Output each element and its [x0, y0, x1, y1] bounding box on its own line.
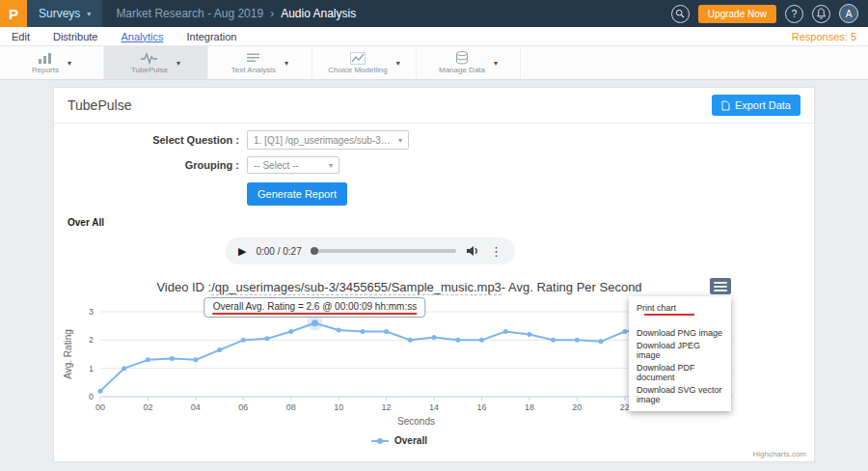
line-chart-icon: [350, 52, 366, 65]
menu-item-label: Print chart: [637, 303, 676, 313]
breadcrumb-current: Audio Analysis: [281, 7, 356, 20]
chevron-down-icon: ▾: [398, 136, 402, 145]
breadcrumb: Market Research - Aug 2019 › Audio Analy…: [116, 7, 356, 20]
brand-logo[interactable]: P: [0, 0, 27, 27]
question-row: Select Question : 1. [Q1] /qp_userimages…: [54, 130, 814, 150]
annotation-underline-print: [644, 314, 694, 316]
question-mark-icon: ?: [792, 9, 798, 19]
chart-area: Video ID :/qp_userimages/sub-3/3455655/S…: [62, 280, 737, 446]
player-seek-knob[interactable]: [311, 247, 318, 255]
chart-title: Video ID :/qp_userimages/sub-3/3455655/S…: [62, 280, 737, 294]
chart-context-menu-button[interactable]: [710, 278, 731, 294]
annotation-underline-tooltip: [213, 313, 417, 315]
menu-item-print-chart[interactable]: Print chart: [629, 301, 731, 317]
toolbar-item-reports[interactable]: Reports ▾: [0, 46, 104, 79]
player-seek-slider[interactable]: [312, 249, 456, 253]
chart-tooltip-text: Overall Avg. Rating = 2.6 @ 00:00:09 hh:…: [213, 301, 417, 312]
nav-item-analytics[interactable]: Analytics: [121, 31, 163, 42]
svg-text:Avg. Rating: Avg. Rating: [63, 329, 73, 379]
search-button[interactable]: [671, 5, 690, 23]
hamburger-icon: [714, 286, 727, 288]
toolbar-label: Text Analysis: [231, 66, 276, 74]
panel-header: TubePulse Export Data: [54, 88, 814, 124]
svg-text:2: 2: [89, 335, 94, 345]
pulse-icon: [141, 52, 157, 65]
surveys-dropdown[interactable]: Surveys ▾: [27, 0, 102, 27]
legend-label: Overall: [394, 435, 427, 446]
play-button[interactable]: ▶: [238, 246, 246, 257]
top-bar: P Surveys ▾ Market Research - Aug 2019 ›…: [0, 0, 868, 27]
toolbar-label: Manage Data: [439, 66, 485, 74]
surveys-label: Surveys: [39, 7, 80, 20]
chevron-down-icon: ▾: [87, 10, 91, 18]
help-button[interactable]: ?: [785, 5, 803, 23]
analytics-toolbar: Reports ▾ TubePulse ▾ Text Analysis ▾: [0, 46, 868, 80]
grouping-select[interactable]: -- Select -- ▾: [247, 156, 339, 174]
topbar-actions: Upgrade Now ? A: [671, 4, 868, 23]
chevron-down-icon[interactable]: ▾: [396, 59, 400, 68]
chevron-down-icon[interactable]: ▾: [68, 59, 71, 68]
chart-title-suffix: - Avg. Rating Per Second: [502, 280, 642, 294]
page-title: TubePulse: [68, 97, 131, 113]
menu-item-download-jpeg[interactable]: Download JPEG image: [629, 339, 731, 361]
avatar-initial: A: [846, 9, 853, 19]
svg-text:08: 08: [286, 402, 296, 412]
main-nav: Edit Distribute Analytics Integration Re…: [0, 27, 868, 46]
chevron-down-icon: ▾: [329, 161, 333, 170]
brand-logo-letter: P: [9, 6, 18, 22]
svg-text:10: 10: [334, 402, 343, 412]
app: P Surveys ▾ Market Research - Aug 2019 ›…: [0, 0, 868, 462]
question-label: Select Question :: [54, 134, 247, 146]
volume-icon: [466, 245, 480, 257]
toolbar-label: Reports: [32, 66, 59, 74]
nav-item-edit[interactable]: Edit: [12, 31, 30, 42]
audio-player[interactable]: ▶ 0:00 / 0:27 ⋮: [226, 237, 515, 264]
avatar[interactable]: A: [839, 4, 858, 23]
responses-count[interactable]: Responses: 5: [792, 31, 856, 42]
toolbar-item-choice-modelling[interactable]: Choice Modelling ▾: [312, 46, 417, 79]
chart-title-prefix: Video ID :: [156, 280, 211, 294]
player-menu-button[interactable]: ⋮: [490, 245, 502, 258]
nav-item-distribute[interactable]: Distribute: [53, 31, 97, 42]
chevron-down-icon[interactable]: ▾: [494, 59, 498, 68]
text-lines-icon: [246, 52, 260, 65]
svg-text:1: 1: [89, 364, 94, 374]
toolbar-item-manage-data[interactable]: Manage Data ▾: [417, 46, 521, 79]
main-content: TubePulse Export Data Select Question : …: [0, 80, 868, 462]
database-icon: [455, 51, 469, 65]
player-time: 0:00 / 0:27: [256, 246, 301, 257]
highcharts-credit[interactable]: Highcharts.com: [752, 450, 806, 458]
svg-text:14: 14: [429, 402, 439, 412]
menu-item-download-svg[interactable]: Download SVG vector image: [629, 383, 731, 405]
chevron-down-icon[interactable]: ▾: [285, 59, 288, 68]
svg-text:02: 02: [143, 402, 152, 412]
hamburger-icon: [714, 290, 727, 291]
volume-button[interactable]: [466, 245, 480, 257]
question-select[interactable]: 1. [Q1] /qp_userimages/sub-3/3455655/S..…: [247, 130, 409, 150]
generate-report-button[interactable]: Generate Report: [247, 182, 347, 206]
toolbar-item-tubepulse[interactable]: TubePulse ▾: [104, 46, 208, 79]
bell-icon: [816, 8, 827, 19]
toolbar-item-text-analysis[interactable]: Text Analysis ▾: [208, 46, 312, 79]
breadcrumb-separator: ›: [270, 7, 274, 20]
legend-item-overall[interactable]: Overall: [62, 435, 737, 446]
hamburger-icon: [714, 282, 727, 284]
menu-item-download-pdf[interactable]: Download PDF document: [629, 361, 731, 383]
svg-text:3: 3: [89, 307, 94, 317]
toolbar-label: TubePulse: [131, 66, 168, 74]
chevron-down-icon[interactable]: ▾: [176, 59, 180, 68]
svg-text:12: 12: [382, 402, 392, 412]
bar-chart-icon: [38, 52, 53, 65]
menu-item-download-png[interactable]: Download PNG image: [629, 326, 731, 339]
upgrade-button[interactable]: Upgrade Now: [698, 5, 776, 23]
search-icon: [675, 9, 685, 18]
svg-text:Seconds: Seconds: [397, 416, 435, 427]
tubepulse-panel: TubePulse Export Data Select Question : …: [53, 87, 815, 462]
export-data-button[interactable]: Export Data: [712, 95, 800, 116]
breadcrumb-parent[interactable]: Market Research - Aug 2019: [116, 7, 263, 20]
legend-marker-icon: [371, 437, 389, 445]
svg-text:18: 18: [525, 402, 534, 412]
svg-text:04: 04: [191, 402, 201, 412]
notifications-button[interactable]: [812, 5, 830, 23]
nav-item-integration[interactable]: Integration: [186, 31, 236, 42]
